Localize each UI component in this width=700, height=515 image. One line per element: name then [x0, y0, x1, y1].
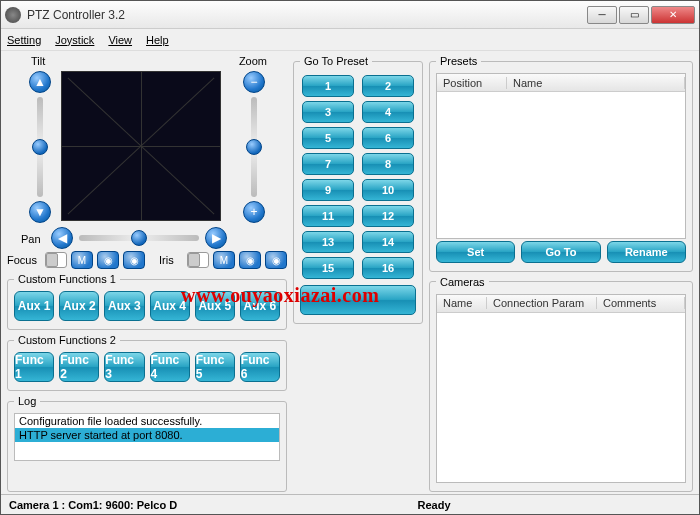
menubar: Setting Joystick View Help [1, 29, 699, 51]
func-button-5[interactable]: Func 5 [195, 352, 235, 382]
iris-auto-button[interactable]: M [213, 251, 235, 269]
aux-button-1[interactable]: Aux 1 [14, 291, 54, 321]
cameras-col-name[interactable]: Name [437, 297, 487, 309]
aux-button-2[interactable]: Aux 2 [59, 291, 99, 321]
presets-col-position[interactable]: Position [437, 77, 507, 89]
tilt-thumb[interactable] [32, 139, 48, 155]
log-line-selected: HTTP server started at port 8080. [15, 428, 279, 442]
preset-11-button[interactable]: 11 [302, 205, 354, 227]
status-camera: Camera 1 : Com1: 9600: Pelco D [9, 499, 177, 511]
presets-col-name[interactable]: Name [507, 77, 685, 89]
window-title: PTZ Controller 3.2 [27, 8, 585, 22]
presets-group: Presets Position Name Set Go To Rename [429, 55, 693, 272]
pan-slider[interactable] [79, 235, 199, 241]
preset-7-button[interactable]: 7 [302, 153, 354, 175]
zoom-in-button[interactable]: − [243, 71, 265, 93]
pan-label: Pan [21, 233, 41, 245]
custom1-legend: Custom Functions 1 [14, 273, 120, 285]
zoom-label: Zoom [239, 55, 267, 67]
tilt-label: Tilt [31, 55, 45, 67]
menu-view[interactable]: View [108, 34, 132, 46]
log-listbox[interactable]: Configuration file loaded successfully. … [14, 413, 280, 461]
focus-label: Focus [7, 254, 41, 266]
aux-button-4[interactable]: Aux 4 [150, 291, 190, 321]
iris-toggle[interactable] [187, 252, 209, 268]
preset-2-button[interactable]: 2 [362, 75, 414, 97]
preset-goto-button[interactable]: Go To [521, 241, 600, 263]
custom2-group: Custom Functions 2 Func 1Func 2Func 3Fun… [7, 334, 287, 391]
menu-joystick[interactable]: Joystick [55, 34, 94, 46]
preset-9-button[interactable]: 9 [302, 179, 354, 201]
cameras-col-comm[interactable]: Comments [597, 297, 685, 309]
tilt-down-button[interactable]: ▼ [29, 201, 51, 223]
custom2-legend: Custom Functions 2 [14, 334, 120, 346]
preset-big-button[interactable] [300, 285, 416, 315]
pan-right-button[interactable]: ▶ [205, 227, 227, 249]
preset-13-button[interactable]: 13 [302, 231, 354, 253]
goto-preset-group: Go To Preset 12345678910111213141516 [293, 55, 423, 324]
cameras-col-conn[interactable]: Connection Param [487, 297, 597, 309]
menu-help[interactable]: Help [146, 34, 169, 46]
func-button-6[interactable]: Func 6 [240, 352, 280, 382]
cameras-legend: Cameras [436, 276, 489, 288]
func-button-2[interactable]: Func 2 [59, 352, 99, 382]
preset-rename-button[interactable]: Rename [607, 241, 686, 263]
aux-button-5[interactable]: Aux 5 [195, 291, 235, 321]
presets-listbox[interactable]: Position Name [436, 73, 686, 239]
goto-preset-legend: Go To Preset [300, 55, 372, 67]
iris-close-button[interactable]: ◉ [265, 251, 287, 269]
tilt-up-button[interactable]: ▲ [29, 71, 51, 93]
status-ready: Ready [418, 499, 451, 511]
preset-set-button[interactable]: Set [436, 241, 515, 263]
custom1-group: Custom Functions 1 Aux 1Aux 2Aux 3Aux 4A… [7, 273, 287, 330]
preset-10-button[interactable]: 10 [362, 179, 414, 201]
cameras-group: Cameras Name Connection Param Comments [429, 276, 693, 493]
iris-label: Iris [159, 254, 183, 266]
close-button[interactable]: ✕ [651, 6, 695, 24]
app-window: PTZ Controller 3.2 ─ ▭ ✕ Setting Joystic… [0, 0, 700, 515]
preset-3-button[interactable]: 3 [302, 101, 354, 123]
preset-14-button[interactable]: 14 [362, 231, 414, 253]
preset-4-button[interactable]: 4 [362, 101, 414, 123]
aux-button-3[interactable]: Aux 3 [104, 291, 144, 321]
focus-toggle[interactable] [45, 252, 67, 268]
menu-setting[interactable]: Setting [7, 34, 41, 46]
preset-5-button[interactable]: 5 [302, 127, 354, 149]
log-group: Log Configuration file loaded successful… [7, 395, 287, 492]
minimize-button[interactable]: ─ [587, 6, 617, 24]
log-line: Configuration file loaded successfully. [15, 414, 279, 428]
preset-8-button[interactable]: 8 [362, 153, 414, 175]
log-legend: Log [14, 395, 40, 407]
preset-16-button[interactable]: 16 [362, 257, 414, 279]
focus-near-button[interactable]: ◉ [97, 251, 119, 269]
aux-button-6[interactable]: Aux 6 [240, 291, 280, 321]
pan-left-button[interactable]: ◀ [51, 227, 73, 249]
func-button-3[interactable]: Func 3 [104, 352, 144, 382]
cameras-listbox[interactable]: Name Connection Param Comments [436, 294, 686, 484]
app-icon [5, 7, 21, 23]
focus-auto-button[interactable]: M [71, 251, 93, 269]
zoom-out-button[interactable]: + [243, 201, 265, 223]
func-button-1[interactable]: Func 1 [14, 352, 54, 382]
preset-12-button[interactable]: 12 [362, 205, 414, 227]
statusbar: Camera 1 : Com1: 9600: Pelco D Ready [1, 494, 699, 514]
focus-far-button[interactable]: ◉ [123, 251, 145, 269]
maximize-button[interactable]: ▭ [619, 6, 649, 24]
focus-row: Focus M ◉ ◉ Iris M ◉ ◉ [7, 251, 287, 269]
iris-open-button[interactable]: ◉ [239, 251, 261, 269]
joystick-pad[interactable] [61, 71, 221, 221]
func-button-4[interactable]: Func 4 [150, 352, 190, 382]
preset-1-button[interactable]: 1 [302, 75, 354, 97]
zoom-slider[interactable] [251, 97, 257, 197]
titlebar: PTZ Controller 3.2 ─ ▭ ✕ [1, 1, 699, 29]
zoom-thumb[interactable] [246, 139, 262, 155]
pan-thumb[interactable] [131, 230, 147, 246]
preset-15-button[interactable]: 15 [302, 257, 354, 279]
tilt-slider[interactable] [37, 97, 43, 197]
presets-legend: Presets [436, 55, 481, 67]
preset-6-button[interactable]: 6 [362, 127, 414, 149]
ptz-panel: Tilt Zoom Pan ▲ ▼ − + ◀ [7, 55, 287, 245]
